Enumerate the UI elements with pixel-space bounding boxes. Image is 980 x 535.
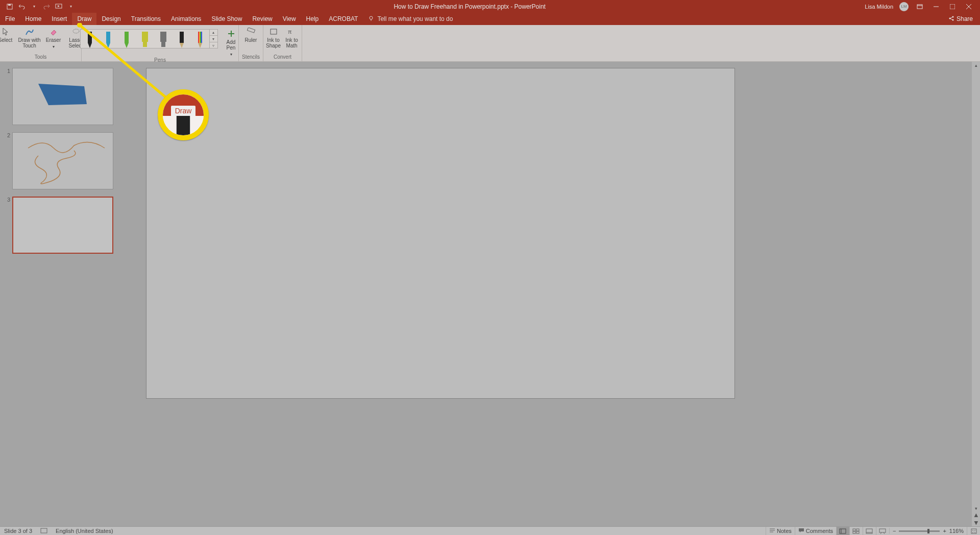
svg-rect-45 xyxy=(840,529,846,533)
svg-rect-25 xyxy=(161,42,165,47)
scroll-up-arrow-icon[interactable]: ▴ xyxy=(972,62,980,69)
pens-gallery[interactable]: ▴ ▾ ▿ xyxy=(80,29,218,48)
ruler-icon xyxy=(246,27,256,36)
zoom-percent[interactable]: 116% xyxy=(949,528,964,534)
svg-rect-24 xyxy=(160,32,166,42)
start-slideshow-icon[interactable] xyxy=(55,3,62,10)
tab-view[interactable]: View xyxy=(278,13,301,25)
group-stencils: Ruler Stencils xyxy=(239,25,263,61)
next-slide-icon[interactable]: ⯆ xyxy=(972,519,980,526)
scroll-down-arrow-icon[interactable]: ▾ xyxy=(972,505,980,512)
save-icon[interactable] xyxy=(6,3,13,10)
zoom-out-icon[interactable]: − xyxy=(893,528,896,534)
ink-to-math-tool[interactable]: π Ink to Math xyxy=(283,27,301,48)
draw-with-touch-tool[interactable]: Draw with Touch xyxy=(17,27,42,48)
ribbon-display-icon[interactable] xyxy=(915,3,925,10)
thumbnail-slide-3[interactable]: 3 xyxy=(5,197,118,254)
menu-tabs: File Home Insert Draw Design Transitions… xyxy=(0,13,980,25)
pencil-black[interactable] xyxy=(173,30,191,48)
zoom-slider[interactable] xyxy=(899,530,940,532)
undo-more-icon[interactable]: ▾ xyxy=(31,3,38,10)
group-stencils-label: Stencils xyxy=(242,54,260,61)
tab-design[interactable]: Design xyxy=(96,13,126,25)
highlighter-yellow[interactable] xyxy=(136,30,154,48)
notes-button[interactable]: Notes xyxy=(766,527,795,535)
user-name[interactable]: Lisa Mildon xyxy=(865,4,893,10)
tab-help[interactable]: Help xyxy=(301,13,324,25)
notes-icon xyxy=(769,528,775,534)
spellcheck-icon[interactable] xyxy=(36,528,52,534)
svg-rect-48 xyxy=(856,529,859,531)
tab-animations[interactable]: Animations xyxy=(166,13,206,25)
zoom-control[interactable]: − + 116% xyxy=(889,528,967,534)
plus-icon xyxy=(226,29,236,38)
eraser-label: Eraser xyxy=(46,37,61,43)
slideshow-view-button[interactable] xyxy=(876,527,889,535)
pen-green[interactable] xyxy=(117,30,136,48)
quick-access-toolbar: ▾ ▾ xyxy=(0,3,75,10)
thumbnail-slide-1[interactable]: 1 xyxy=(5,68,118,125)
comments-button[interactable]: Comments xyxy=(795,527,836,535)
ruler-tool[interactable]: Ruler xyxy=(240,27,262,43)
pen-black[interactable] xyxy=(81,30,99,48)
expand-gallery-icon[interactable]: ▿ xyxy=(210,42,217,48)
group-convert-label: Convert xyxy=(274,54,291,61)
scroll-up-icon[interactable]: ▴ xyxy=(210,29,217,36)
status-bar: Slide 3 of 3 English (United States) Not… xyxy=(0,526,980,535)
pencil-rainbow[interactable] xyxy=(191,30,209,48)
ruler-label: Ruler xyxy=(245,37,257,43)
tab-insert[interactable]: Insert xyxy=(46,13,72,25)
tab-slideshow[interactable]: Slide Show xyxy=(206,13,247,25)
select-tool[interactable]: Select xyxy=(0,27,17,43)
tab-file[interactable]: File xyxy=(0,13,20,25)
svg-rect-53 xyxy=(879,529,886,532)
highlighter-gray[interactable] xyxy=(154,30,173,48)
normal-view-button[interactable] xyxy=(836,527,849,535)
eraser-tool[interactable]: Eraser ▾ xyxy=(42,27,65,50)
qat-customize-icon[interactable]: ▾ xyxy=(67,3,75,10)
comment-icon xyxy=(798,528,804,534)
share-button[interactable]: Share xyxy=(941,13,980,25)
fit-to-window-button[interactable] xyxy=(967,527,980,535)
redo-icon[interactable] xyxy=(43,3,50,10)
comments-label: Comments xyxy=(806,528,833,534)
svg-rect-3 xyxy=(917,5,922,9)
tell-me-search[interactable]: Tell me what you want to do xyxy=(363,13,458,25)
reading-view-button[interactable] xyxy=(863,527,876,535)
svg-rect-22 xyxy=(142,32,148,42)
maximize-icon[interactable] xyxy=(947,3,958,10)
user-avatar[interactable]: LM xyxy=(899,2,909,11)
slide-counter[interactable]: Slide 3 of 3 xyxy=(0,528,36,534)
pens-gallery-controls[interactable]: ▴ ▾ ▿ xyxy=(209,29,217,48)
tab-transitions[interactable]: Transitions xyxy=(126,13,166,25)
undo-icon[interactable] xyxy=(18,3,26,10)
tab-home[interactable]: Home xyxy=(20,13,46,25)
slide-number: 3 xyxy=(5,197,12,254)
zoom-in-icon[interactable]: + xyxy=(943,528,946,534)
language-status[interactable]: English (United States) xyxy=(52,528,117,534)
tab-acrobat[interactable]: ACROBAT xyxy=(324,13,363,25)
pen-blue[interactable] xyxy=(99,30,117,48)
svg-marker-27 xyxy=(180,43,184,48)
slide-sorter-view-button[interactable] xyxy=(849,527,863,535)
close-icon[interactable] xyxy=(964,3,974,10)
scroll-down-icon[interactable]: ▾ xyxy=(210,36,217,42)
svg-point-8 xyxy=(370,16,373,19)
slide-preview xyxy=(12,197,113,254)
svg-rect-28 xyxy=(198,32,199,43)
notes-label: Notes xyxy=(777,528,792,534)
group-pens: ▴ ▾ ▿ Add Pen ▾ Pens xyxy=(82,25,239,61)
vertical-scrollbar[interactable]: ▴ ▾ ⯅ ⯆ xyxy=(972,62,980,526)
chevron-down-icon: ▾ xyxy=(230,52,232,57)
tab-review[interactable]: Review xyxy=(247,13,277,25)
tell-me-placeholder: Tell me what you want to do xyxy=(377,15,453,22)
slide-thumbnails-panel[interactable]: 1 2 3 xyxy=(0,62,124,526)
slide-canvas[interactable] xyxy=(146,68,735,399)
tab-draw[interactable]: Draw xyxy=(72,13,96,25)
prev-slide-icon[interactable]: ⯅ xyxy=(972,512,980,519)
svg-line-13 xyxy=(950,17,953,18)
thumbnail-slide-2[interactable]: 2 xyxy=(5,132,118,189)
ink-to-shape-tool[interactable]: Ink to Shape xyxy=(264,27,283,48)
minimize-icon[interactable] xyxy=(931,3,941,10)
slide-number: 1 xyxy=(5,68,12,125)
